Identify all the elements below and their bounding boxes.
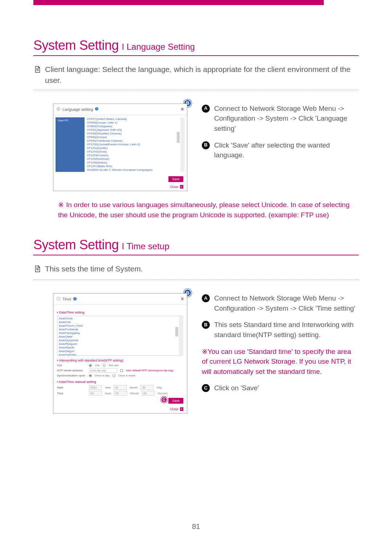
- svg-text:?: ?: [96, 108, 98, 110]
- reference-mark-icon: ※: [58, 201, 64, 209]
- list-item[interactable]: CP1250(Central/Eastern Europe, Latin-2): [87, 143, 179, 146]
- radio-use[interactable]: [89, 364, 92, 367]
- list-item[interactable]: Asia/Pyongyang: [59, 331, 177, 335]
- svg-text:?: ?: [74, 298, 76, 300]
- close-icon[interactable]: ×: [181, 296, 184, 302]
- hour-field[interactable]: 20: [89, 391, 102, 396]
- close-icon[interactable]: ×: [181, 106, 184, 113]
- document-icon: [33, 65, 41, 86]
- list-item[interactable]: Asia/Qyzylorda: [59, 339, 177, 342]
- list-item[interactable]: CP1251(Cyrillic): [87, 146, 179, 150]
- section-header-datetime: • Date/Time setting: [57, 311, 183, 314]
- document-icon: [33, 265, 41, 276]
- scrollbar-thumb[interactable]: [175, 327, 178, 336]
- close-x-icon[interactable]: ×: [180, 185, 183, 189]
- heading-divider: I: [122, 241, 124, 251]
- list-item[interactable]: CP1255(Hebrew): [87, 157, 179, 161]
- month-field[interactable]: 01: [114, 385, 127, 390]
- dialog-title: Time: [62, 297, 71, 301]
- list-item[interactable]: Asia/Qatar: [59, 335, 177, 339]
- heading-language: System Setting I Language Setting: [33, 38, 359, 56]
- list-item[interactable]: Asia/Phnom_Penh: [59, 324, 177, 328]
- step-c: C Click on 'Save': [202, 383, 359, 393]
- list-item[interactable]: CP932(Japanese Shift-JIS): [87, 128, 179, 132]
- dotted-divider: [33, 279, 359, 280]
- step-b-badge: B: [202, 141, 210, 149]
- list-item[interactable]: CP860(Portuguese): [87, 125, 179, 128]
- save-button[interactable]: Save: [168, 176, 183, 182]
- section-header-manual: • Date/Time manual setting: [57, 380, 183, 384]
- clock-icon: [56, 296, 61, 302]
- date-label: Date: [57, 386, 86, 389]
- radio-once-a-week[interactable]: [113, 374, 115, 377]
- list-item[interactable]: Asia/Rangoon: [59, 342, 177, 346]
- heading-divider: I: [122, 42, 124, 52]
- sidebar-user-pc[interactable]: User PC: [56, 117, 85, 172]
- intro-text: This sets the time of System.: [45, 263, 143, 276]
- day-field[interactable]: 26: [140, 385, 154, 390]
- step-b-badge: B: [202, 321, 210, 329]
- dotted-divider: [33, 90, 359, 90]
- list-item[interactable]: Asia/Omsk: [59, 317, 177, 320]
- radio-once-a-day[interactable]: [89, 374, 92, 377]
- year-field[interactable]: 2011: [89, 385, 102, 390]
- marker-c-icon: C: [161, 396, 167, 403]
- ntp-server-field[interactable]: pool.ntp.org: [89, 368, 117, 373]
- step-a-badge: A: [202, 105, 210, 113]
- timezone-list[interactable]: Asia/Omsk Asia/Oral Asia/Phnom_Penh Asia…: [57, 316, 183, 356]
- list-item[interactable]: Asia/Oral: [59, 320, 177, 324]
- list-item[interactable]: CP1256(Arabic): [87, 161, 179, 165]
- step-b: B Click 'Save' after selecting the wante…: [202, 140, 359, 160]
- list-item[interactable]: Asia/Sakhalin: [59, 353, 177, 356]
- save-button[interactable]: Save: [168, 398, 183, 404]
- step-a: A Connect to Network Storage Web Menu ->…: [202, 104, 359, 134]
- list-item[interactable]: CP1257(Baltic Rim): [87, 165, 179, 168]
- step-b: B This sets Standard time and Interworki…: [202, 320, 359, 340]
- list-item[interactable]: CP1254(Turkish): [87, 154, 179, 157]
- sidebar-label: User PC: [58, 119, 69, 122]
- default-ntp-checkbox[interactable]: [120, 369, 123, 372]
- heading-main: System Setting: [33, 38, 119, 53]
- list-item[interactable]: CP949(Korean): [87, 136, 179, 139]
- scrollbar-thumb[interactable]: [177, 132, 180, 143]
- intro-language: Client language: Select the language, wh…: [33, 64, 359, 86]
- close-x-icon[interactable]: ×: [180, 407, 183, 411]
- page-number: 81: [0, 522, 392, 531]
- header-accent-bar: [33, 0, 324, 5]
- list-item[interactable]: ISO8859-1(Latin 1: Western European Lang…: [87, 168, 179, 172]
- language-note: ※In order to use various languages simul…: [58, 200, 359, 221]
- step-b-text: This sets Standard time and Interworking…: [214, 320, 359, 340]
- help-icon[interactable]: ?: [95, 107, 99, 112]
- heading-main: System Setting: [33, 237, 119, 252]
- list-item[interactable]: CP936(Simplified Chinese): [87, 132, 179, 136]
- reference-mark-icon: ※: [202, 348, 208, 355]
- list-item[interactable]: CP1253(Greek): [87, 150, 179, 154]
- sync-label: Synchronization cycle: [57, 374, 86, 377]
- list-item[interactable]: Asia/Riyadh: [59, 346, 177, 350]
- heading-time: System Setting I Time setup: [33, 237, 359, 255]
- time-label: Time: [57, 392, 86, 395]
- radio-not-use[interactable]: [103, 364, 106, 367]
- heading-sub: Language Setting: [127, 42, 195, 52]
- second-field[interactable]: 43: [142, 391, 155, 396]
- section-header-ntp: • Interworking with standard time(NTP se…: [57, 359, 183, 362]
- list-item[interactable]: CP950(Traditional Chinese): [87, 139, 179, 143]
- list-item[interactable]: Asia/Pontianak: [59, 328, 177, 331]
- time-dialog: Time ? × • Date/Time setting Asia/Omsk A…: [53, 293, 187, 413]
- use-label: Use: [57, 364, 86, 367]
- close-link[interactable]: Close: [170, 407, 178, 411]
- list-item[interactable]: CP437(United States, Canada): [87, 117, 179, 121]
- help-icon[interactable]: ?: [73, 297, 77, 302]
- language-list[interactable]: CP437(United States, Canada) CP850(Europ…: [87, 117, 185, 172]
- step-c-text: Click on 'Save': [214, 383, 259, 393]
- language-setting-dialog: Language setting ? × User PC CP437(Unite…: [53, 104, 187, 191]
- list-item[interactable]: CP850(Europe, Latin 1): [87, 121, 179, 125]
- step-a-text: Connect to Network Storage Web Menu -> C…: [214, 293, 359, 313]
- time-note: ※You can use 'Standard time' to specify …: [202, 347, 359, 377]
- list-item[interactable]: Asia/Saigon: [59, 350, 177, 353]
- minute-field[interactable]: 22: [114, 391, 127, 396]
- note-text: In order to use various languages simult…: [58, 201, 350, 219]
- dialog-title: Language setting: [62, 107, 93, 112]
- close-link[interactable]: Close: [170, 185, 178, 189]
- ntp-label: NTP server address: [57, 369, 86, 372]
